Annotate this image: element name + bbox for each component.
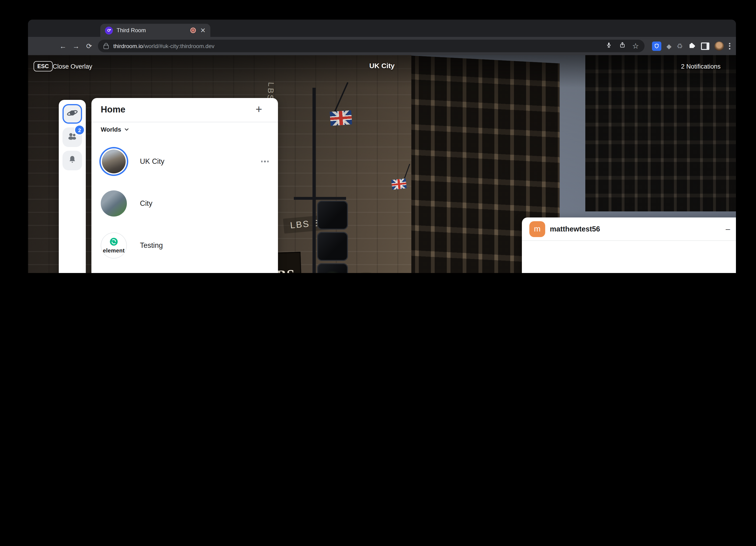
worlds-section-toggle[interactable]: Worlds bbox=[101, 126, 129, 133]
browser-window: Third Room ✕ + ← → ⟳ thirdroom.io/world/… bbox=[28, 20, 736, 273]
browser-tab[interactable]: Third Room ✕ bbox=[100, 24, 210, 37]
hud-top-scrim bbox=[28, 55, 736, 88]
planet-icon bbox=[66, 107, 78, 121]
back-button[interactable]: ← bbox=[57, 42, 69, 50]
notifications-label[interactable]: 2 Notifications bbox=[681, 63, 721, 70]
share-icon[interactable] bbox=[619, 41, 626, 51]
hud-world-title: UK City bbox=[28, 62, 736, 69]
friends-badge: 2 bbox=[74, 125, 85, 135]
browser-menu-icon[interactable] bbox=[729, 43, 730, 49]
bell-icon bbox=[67, 154, 77, 166]
world-row-testing[interactable]: element Testing bbox=[91, 224, 278, 266]
voice-search-icon[interactable] bbox=[605, 41, 612, 51]
url-path: /world/#uk-city:thirdroom.dev bbox=[143, 43, 215, 49]
world-name: UK City bbox=[140, 157, 261, 166]
worlds-section-label: Worlds bbox=[101, 126, 121, 133]
element-logo-word: element bbox=[103, 247, 125, 254]
extensions-row: ◆ ♻ bbox=[652, 40, 730, 52]
create-world-button[interactable]: + bbox=[256, 103, 262, 116]
browser-tab-strip: Third Room ✕ + bbox=[28, 20, 736, 37]
chat-header: m matthewtest56 – ✕ bbox=[522, 217, 736, 241]
tab-title: Third Room bbox=[117, 27, 191, 34]
rail-friends-button[interactable]: 2 bbox=[62, 127, 82, 147]
lock-icon bbox=[104, 45, 109, 49]
world-menu-icon[interactable] bbox=[261, 161, 269, 162]
reload-button[interactable]: ⟳ bbox=[83, 42, 95, 50]
rail-home-button[interactable] bbox=[62, 104, 82, 124]
bitwarden-extension-icon[interactable] bbox=[652, 41, 661, 51]
chevron-down-icon bbox=[124, 127, 129, 132]
chat-window: m matthewtest56 – ✕ @matthew:matrix.org … bbox=[522, 217, 736, 273]
side-panel-icon[interactable] bbox=[701, 42, 709, 50]
chat-avatar: m bbox=[529, 221, 545, 237]
bookmark-star-icon[interactable]: ☆ bbox=[632, 42, 639, 50]
divider bbox=[91, 122, 278, 122]
chat-minimize-button[interactable]: – bbox=[726, 225, 730, 233]
url-text[interactable]: thirdroom.io/world/#uk-city:thirdroom.de… bbox=[113, 43, 605, 49]
thirdroom-favicon bbox=[105, 26, 113, 34]
panel-title: Home bbox=[101, 104, 125, 115]
tab-close-icon[interactable]: ✕ bbox=[200, 27, 206, 34]
url-host: thirdroom.io bbox=[113, 43, 143, 49]
sidebar-rail: 2 bbox=[59, 100, 86, 273]
chat-title: matthewtest56 bbox=[550, 225, 714, 233]
worlds-panel: Home + Worlds UK City City element bbox=[91, 98, 278, 273]
extension-recycle-icon[interactable]: ♻ bbox=[677, 42, 683, 49]
world-name: Testing bbox=[140, 241, 269, 250]
world-name: City bbox=[140, 199, 269, 208]
world-row-city[interactable]: City bbox=[91, 182, 278, 224]
world-thumb-city bbox=[101, 190, 127, 216]
world-row-uk-city[interactable]: UK City bbox=[91, 140, 278, 182]
world-thumb-testing: element bbox=[101, 232, 127, 258]
forward-button[interactable]: → bbox=[70, 42, 82, 50]
profile-avatar[interactable] bbox=[714, 41, 724, 51]
world-row-leon[interactable]: Leon Cathedral Cloisters bbox=[91, 266, 278, 273]
url-bar[interactable]: thirdroom.io/world/#uk-city:thirdroom.de… bbox=[98, 40, 645, 52]
extensions-puzzle-icon[interactable] bbox=[688, 41, 696, 51]
tab-recording-indicator-icon bbox=[191, 28, 196, 33]
rail-notifications-button[interactable] bbox=[62, 151, 82, 170]
screenshot-stage: Third Room ✕ + ← → ⟳ thirdroom.io/world/… bbox=[0, 0, 756, 273]
extension-diamond-icon[interactable]: ◆ bbox=[666, 43, 672, 49]
world-thumb-uk-city bbox=[101, 148, 127, 174]
element-logo-icon bbox=[109, 237, 118, 246]
